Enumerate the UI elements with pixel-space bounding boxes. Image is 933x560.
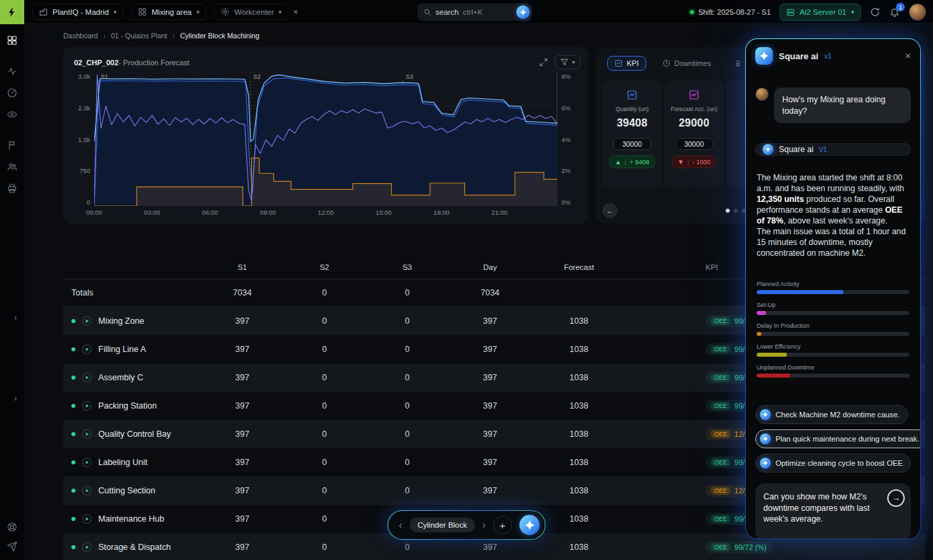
cell-day: 397 (448, 429, 532, 439)
machine-name: Filling Line A (98, 345, 146, 354)
kpi-card-value: 39408 (617, 117, 648, 129)
tab-kpi[interactable]: KPI (607, 56, 646, 71)
header-day: Day (448, 263, 532, 271)
kpi-card-delta: ▼|- 1000 (672, 155, 716, 168)
play-icon[interactable] (81, 457, 92, 468)
page-dot[interactable] (726, 209, 730, 213)
search-bar[interactable]: search ctrl+K (417, 3, 532, 21)
play-icon[interactable] (81, 514, 92, 524)
square-ai-logo (755, 47, 773, 65)
sidebar-item-teams[interactable] (7, 162, 18, 172)
kpi-card-quantity[interactable]: Quantity (un) 39408 30000 ▲|+ 9408 (602, 81, 662, 187)
bot-message: The Mixing area started the shift at 8:0… (757, 173, 909, 259)
play-icon[interactable] (81, 485, 92, 496)
breadcrumb-item[interactable]: Dashboard (63, 32, 98, 40)
notifications-button[interactable]: 1 (889, 7, 900, 18)
chevron-down-icon: ▾ (572, 59, 575, 65)
user-avatar[interactable] (909, 3, 926, 21)
refresh-button[interactable] (870, 7, 880, 18)
workcenter-clear-button[interactable]: × (293, 7, 298, 16)
downtime-bars: Planned ActivitySet-UpDelay In Productio… (757, 281, 909, 385)
chevron-right-icon: › (103, 32, 105, 40)
page-dot[interactable] (734, 209, 738, 213)
breadcrumb: Dashboard › 01 - Quiaios Plant › Cylinde… (63, 32, 259, 40)
status-dot (71, 517, 75, 521)
cell-s1: 397 (202, 373, 283, 382)
kpi-prev-button[interactable]: ← (602, 203, 617, 218)
chart-plot[interactable]: S1S2S3 (94, 73, 557, 206)
trend-chart-icon (627, 90, 637, 100)
eye-icon (7, 109, 18, 120)
status-dot (71, 460, 75, 464)
suggestion-chip[interactable]: Plan quick maintenance during next break… (755, 429, 921, 448)
send-button[interactable]: → (887, 489, 905, 507)
current-workcenter-tag[interactable]: Cylinder Block (409, 518, 475, 532)
kpi-card-forecast-acc[interactable]: Forecast Acc. (un) 29000 30000 ▼|- 1000 (664, 81, 724, 187)
play-icon[interactable] (81, 542, 92, 553)
sidebar-item-gauge[interactable] (7, 88, 18, 98)
close-chat-button[interactable]: × (905, 50, 911, 61)
chevron-down-icon: ▾ (197, 9, 200, 15)
chevron-right-icon: › (172, 32, 174, 40)
cell-s1: 397 (202, 514, 283, 524)
cell-forecast: 1038 (532, 458, 626, 467)
sidebar-item-monitor[interactable] (7, 109, 18, 120)
play-icon[interactable] (81, 429, 92, 440)
breadcrumb-item[interactable]: 01 - Quiaios Plant (111, 32, 167, 40)
machine-name: Cutting Section (98, 486, 156, 495)
server-selector[interactable]: Ai2 Server 01 ▾ (780, 3, 861, 21)
add-button[interactable]: + (493, 516, 512, 534)
nav-prev-button[interactable]: ‹ (399, 520, 403, 530)
nav-next-button[interactable]: › (483, 520, 486, 530)
sidebar-item-dashboard[interactable] (7, 35, 18, 46)
sidebar-item-support[interactable] (7, 522, 18, 532)
play-icon[interactable] (81, 344, 92, 355)
panel-expander-bottom[interactable]: › (14, 394, 17, 403)
sidebar-item-send[interactable] (7, 541, 18, 552)
medal-icon (734, 59, 742, 67)
workcenter-selector[interactable]: Workcenter ▾ (214, 3, 288, 20)
sidebar-item-machines[interactable] (7, 183, 18, 194)
filter-button[interactable]: ▾ (555, 55, 580, 69)
bot-identity-tag: Square ai V1 (755, 143, 911, 155)
status-dot (71, 404, 75, 408)
tab-downtimes[interactable]: Downtimes (656, 57, 718, 70)
sidebar: › › (0, 24, 24, 560)
status-dot (71, 319, 75, 323)
suggestion-chip[interactable]: Optimize cleaning cycle to boost OEE (755, 454, 911, 473)
cell-s2: 0 (283, 542, 366, 552)
oee-badge: OEE99/72 (%) (705, 541, 772, 553)
cell-s2: 0 (283, 345, 366, 354)
downtime-bar: Unplanned Downtime (757, 364, 909, 378)
cell-day: 397 (448, 542, 532, 552)
suggestion-list: Check Machine M2 downtime cause.Plan qui… (755, 405, 911, 473)
play-icon[interactable] (81, 372, 92, 383)
suggestion-chip[interactable]: Check Machine M2 downtime cause. (755, 405, 908, 424)
chat-input[interactable]: Can you show me how M2's downtime compar… (755, 483, 911, 539)
area-selector[interactable]: Mixing area ▾ (131, 3, 206, 20)
y-axis-left: 3.0k2.3k1.5k7500 (71, 73, 94, 206)
sidebar-item-activity[interactable] (7, 66, 18, 77)
flag-icon (7, 140, 18, 151)
factory-icon (39, 7, 48, 16)
svg-text:S3: S3 (406, 73, 413, 80)
expand-button[interactable] (539, 58, 548, 67)
kpi-pagination[interactable] (726, 209, 746, 213)
square-ai-launcher[interactable] (516, 5, 530, 19)
cell-s3: 0 (366, 458, 448, 467)
play-icon[interactable] (81, 400, 92, 411)
cell-s1: 397 (202, 458, 283, 467)
plant-selector[interactable]: PlantIQ - Madrid ▾ (32, 3, 123, 20)
kpi-card-target: 30000 (675, 138, 712, 150)
shift-indicator: Shift: 2025-08-27 - S1 (690, 8, 771, 16)
play-icon[interactable] (81, 316, 92, 326)
sidebar-item-milestones[interactable] (7, 140, 18, 151)
y-axis-right: 8%6%4%2%0% (557, 73, 580, 206)
app-logo[interactable] (0, 0, 24, 24)
paper-plane-icon (7, 541, 18, 552)
square-ai-launcher[interactable] (519, 515, 539, 535)
machine-name: Labeling Unit (98, 458, 147, 467)
cell-s1: 397 (202, 401, 283, 411)
gauge-icon (7, 88, 18, 98)
panel-expander-top[interactable]: › (14, 314, 17, 322)
